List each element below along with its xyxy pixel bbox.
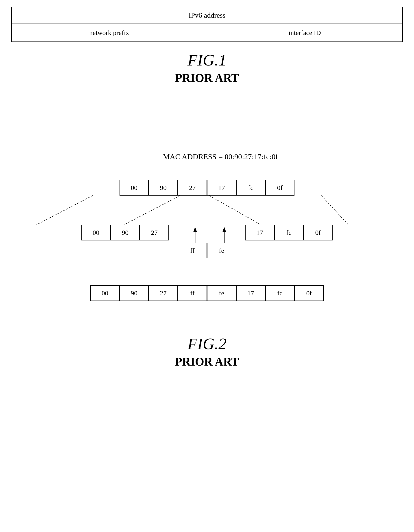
svg-line-1 [124,196,180,225]
ipv6-title-cell: IPv6 address [11,7,403,24]
bottom-cell-4: fe [219,289,224,297]
top-cell-5: 0f [277,184,283,191]
network-prefix-cell: network prefix [11,24,207,42]
bottom-box-fe: fe [207,285,236,301]
ipv6-title: IPv6 address [188,11,226,19]
mid-left-cell-0: 00 [93,229,99,236]
fig1-number: FIG.1 [11,51,403,69]
network-prefix-label: network prefix [89,29,129,36]
top-mac-row: 00 90 27 17 fc 0f [120,180,294,196]
fig2-caption: FIG.2 PRIOR ART [11,335,403,368]
top-box-27: 27 [178,180,207,196]
top-cell-1: 90 [160,184,167,191]
bottom-box-90: 90 [120,285,149,301]
fig1-section: IPv6 address network prefix interface ID… [11,7,403,85]
bottom-cell-2: 27 [160,289,167,297]
ipv6-address-table: IPv6 address network prefix interface ID [11,7,403,42]
ipv6-fields-row: network prefix interface ID [11,24,403,42]
ipv6-header-row: IPv6 address [11,7,403,24]
top-box-00: 00 [120,180,149,196]
diagram-wrapper: 00 90 27 17 fc 0f 00 90 [11,166,403,328]
bottom-cell-0: 00 [102,289,108,297]
fig2-prior-art: PRIOR ART [11,355,403,368]
fig2-section: MAC ADDRESS = 00:90:27:17:fc:0f [11,152,403,368]
middle-left-row: 00 90 27 [81,225,169,240]
middle-right-row: 17 fc 0f [245,225,333,240]
svg-line-2 [209,196,261,225]
bottom-cell-6: fc [277,289,282,297]
mid-right-box-0f: 0f [303,225,333,240]
top-box-0f: 0f [265,180,294,196]
bottom-cell-1: 90 [131,289,138,297]
bottom-cell-3: ff [190,289,194,297]
svg-line-0 [37,196,93,225]
bottom-cell-7: 0f [306,289,312,297]
mac-label-wrapper: MAC ADDRESS = 00:90:27:17:fc:0f [11,152,403,165]
bottom-cell-5: 17 [247,289,254,297]
fig2-number: FIG.2 [11,335,403,353]
mid-left-box-00: 00 [81,225,111,240]
mid-left-box-27: 27 [140,225,169,240]
bottom-box-17: 17 [236,285,265,301]
mid-right-cell-2: 0f [315,229,321,236]
fig1-caption: FIG.1 PRIOR ART [11,51,403,85]
top-cell-3: 17 [218,184,225,191]
bottom-row: 00 90 27 ff fe 17 fc 0f [90,285,324,301]
bottom-box-fc: fc [265,285,294,301]
bottom-box-0f: 0f [294,285,324,301]
top-box-17: 17 [207,180,236,196]
top-cell-0: 00 [131,184,138,191]
interface-id-label: interface ID [289,29,321,36]
top-cell-4: fc [248,184,253,191]
fffe-cell-0: ff [190,247,194,254]
top-cell-2: 27 [189,184,196,191]
fffe-cell-1: fe [219,247,224,254]
svg-line-3 [321,196,348,225]
top-box-fc: fc [236,180,265,196]
bottom-box-27: 27 [149,285,178,301]
mid-right-box-17: 17 [245,225,274,240]
fffe-box-ff: ff [178,243,207,258]
bottom-box-ff: ff [178,285,207,301]
fig1-prior-art: PRIOR ART [11,71,403,85]
mid-right-cell-0: 17 [256,229,263,236]
mid-right-cell-1: fc [286,229,291,236]
svg-marker-7 [223,227,226,232]
bottom-box-00: 00 [90,285,120,301]
top-box-90: 90 [149,180,178,196]
fffe-box-fe: fe [207,243,236,258]
mid-left-cell-1: 90 [122,229,129,236]
mac-address-label: MAC ADDRESS = 00:90:27:17:fc:0f [163,152,278,161]
mid-left-box-90: 90 [111,225,140,240]
mid-left-cell-2: 27 [151,229,158,236]
interface-id-cell: interface ID [207,24,403,42]
svg-marker-5 [193,227,197,232]
mid-right-box-fc: fc [274,225,303,240]
fffe-row: ff fe [178,243,236,258]
